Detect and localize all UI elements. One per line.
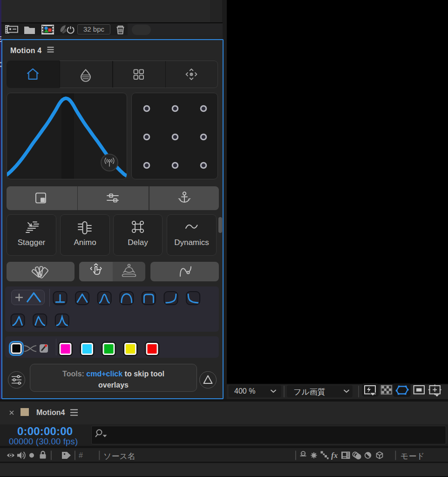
svg-text:fx: fx <box>331 451 338 460</box>
